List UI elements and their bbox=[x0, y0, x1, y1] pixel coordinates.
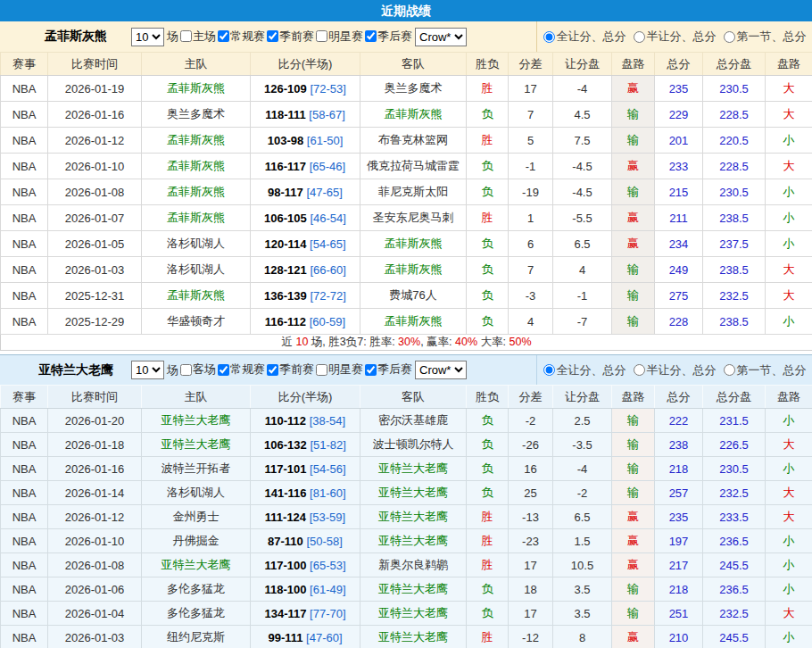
away-team-cell[interactable]: 奥兰多魔术 bbox=[360, 76, 467, 102]
home-team-cell[interactable]: 孟菲斯灰熊 bbox=[142, 128, 251, 154]
column-header: 总分 bbox=[655, 386, 703, 409]
full-score: 117-101 bbox=[264, 462, 306, 476]
games-count-select[interactable]: 10 bbox=[131, 28, 164, 46]
score-cell[interactable]: 120-114 [54-65] bbox=[251, 231, 360, 257]
away-team-cell[interactable]: 密尔沃基雄鹿 bbox=[360, 409, 467, 433]
score-cell[interactable]: 136-139 [72-72] bbox=[251, 283, 360, 309]
filter-checkbox[interactable] bbox=[316, 30, 327, 42]
home-team-cell[interactable]: 奥兰多魔术 bbox=[142, 102, 251, 128]
line-type-radio[interactable] bbox=[543, 364, 555, 376]
score-cell[interactable]: 118-100 [61-49] bbox=[251, 577, 360, 602]
score-cell[interactable]: 110-112 [38-54] bbox=[251, 409, 360, 433]
score-cell[interactable]: 111-124 [53-59] bbox=[251, 505, 360, 529]
handicap-line-cell: 4.5 bbox=[553, 102, 612, 128]
away-team-cell[interactable]: 孟菲斯灰熊 bbox=[360, 231, 467, 257]
filter-checkbox[interactable] bbox=[218, 30, 229, 42]
score-cell[interactable]: 99-111 [47-60] bbox=[251, 626, 360, 648]
home-team-cell[interactable]: 多伦多猛龙 bbox=[142, 577, 251, 602]
home-team-cell[interactable]: 孟菲斯灰熊 bbox=[142, 154, 251, 179]
away-team-cell[interactable]: 布鲁克林篮网 bbox=[360, 128, 467, 154]
away-team-cell[interactable]: 俄克拉荷马城雷霆 bbox=[360, 154, 467, 179]
away-team-cell[interactable]: 亚特兰大老鹰 bbox=[360, 505, 467, 529]
handicap-result-cell: 赢 bbox=[612, 76, 655, 102]
line-type-radio[interactable] bbox=[634, 31, 645, 43]
score-cell[interactable]: 141-116 [81-60] bbox=[251, 481, 360, 505]
filter-checkbox[interactable] bbox=[180, 30, 192, 42]
away-team-cell[interactable]: 亚特兰大老鹰 bbox=[360, 577, 467, 602]
score-cell[interactable]: 118-111 [58-67] bbox=[251, 102, 360, 128]
home-team-cell[interactable]: 金州勇士 bbox=[142, 505, 251, 529]
home-team-cell[interactable]: 洛杉矶湖人 bbox=[142, 257, 251, 283]
home-team-cell[interactable]: 纽约尼克斯 bbox=[142, 626, 251, 648]
filter-checkbox[interactable] bbox=[180, 364, 192, 376]
home-team-cell[interactable]: 亚特兰大老鹰 bbox=[142, 409, 251, 433]
away-team-cell[interactable]: 费城76人 bbox=[360, 283, 467, 309]
away-team-cell[interactable]: 亚特兰大老鹰 bbox=[360, 457, 467, 481]
away-team-cell[interactable]: 新奥尔良鹈鹕 bbox=[360, 553, 467, 577]
away-team-cell[interactable]: 亚特兰大老鹰 bbox=[360, 529, 467, 553]
total-line-cell: 238.5 bbox=[703, 309, 766, 335]
league-cell: NBA bbox=[1, 577, 48, 602]
home-team-cell[interactable]: 丹佛掘金 bbox=[142, 529, 251, 553]
line-type-radio[interactable] bbox=[543, 31, 555, 43]
bookmaker-select[interactable]: Crow* bbox=[415, 28, 467, 46]
home-team-cell[interactable]: 波特兰开拓者 bbox=[142, 457, 251, 481]
score-cell[interactable]: 106-105 [46-54] bbox=[251, 205, 360, 231]
filter-checkbox[interactable] bbox=[365, 364, 377, 376]
handicap-result-cell: 输 bbox=[612, 128, 655, 154]
home-team-cell[interactable]: 亚特兰大老鹰 bbox=[142, 433, 251, 457]
away-team-cell[interactable]: 孟菲斯灰熊 bbox=[360, 309, 467, 335]
league-cell: NBA bbox=[1, 231, 48, 257]
filter-checkbox[interactable] bbox=[365, 30, 377, 42]
score-cell[interactable]: 106-132 [51-82] bbox=[251, 433, 360, 457]
score-cell[interactable]: 87-110 [50-58] bbox=[251, 529, 360, 553]
games-count-select[interactable]: 10 bbox=[131, 361, 164, 379]
column-header: 总分 bbox=[655, 53, 703, 76]
away-team-cell[interactable]: 亚特兰大老鹰 bbox=[360, 626, 467, 648]
home-team-cell[interactable]: 华盛顿奇才 bbox=[142, 309, 251, 335]
home-team-cell[interactable]: 多伦多猛龙 bbox=[142, 602, 251, 626]
table-row: NBA2026-01-12孟菲斯灰熊103-98 [61-50]布鲁克林篮网胜5… bbox=[1, 128, 812, 154]
filter-checkbox[interactable] bbox=[218, 364, 229, 376]
handicap-line-cell: -4 bbox=[553, 76, 612, 102]
score-cell[interactable]: 117-101 [54-56] bbox=[251, 457, 360, 481]
home-team-cell[interactable]: 孟菲斯灰熊 bbox=[142, 179, 251, 205]
home-team-cell[interactable]: 孟菲斯灰熊 bbox=[142, 76, 251, 102]
score-cell[interactable]: 103-98 [61-50] bbox=[251, 128, 360, 154]
away-team-cell[interactable]: 圣安东尼奥马刺 bbox=[360, 205, 467, 231]
score-cell[interactable]: 134-117 [77-70] bbox=[251, 602, 360, 626]
handicap-line-cell: -2 bbox=[553, 481, 612, 505]
filter-checkbox-label: 常规赛 bbox=[230, 361, 265, 378]
total-points-cell: 210 bbox=[655, 626, 703, 648]
away-team-cell[interactable]: 亚特兰大老鹰 bbox=[360, 602, 467, 626]
line-type-radio[interactable] bbox=[634, 364, 645, 376]
home-team-cell[interactable]: 孟菲斯灰熊 bbox=[142, 205, 251, 231]
filter-checkbox[interactable] bbox=[267, 30, 278, 42]
line-type-radio[interactable] bbox=[724, 364, 735, 376]
away-team-cell[interactable]: 孟菲斯灰熊 bbox=[360, 257, 467, 283]
home-team-cell[interactable]: 洛杉矶湖人 bbox=[142, 481, 251, 505]
score-cell[interactable]: 117-100 [65-53] bbox=[251, 553, 360, 577]
point-diff-cell: 18 bbox=[509, 577, 553, 602]
filter-checkbox[interactable] bbox=[316, 364, 327, 376]
handicap-line-cell: 4 bbox=[553, 257, 612, 283]
score-cell[interactable]: 126-109 [72-53] bbox=[251, 76, 360, 102]
handicap-line-cell: 6.5 bbox=[553, 231, 612, 257]
bookmaker-select[interactable]: Crow* bbox=[415, 361, 467, 379]
line-type-radio[interactable] bbox=[724, 31, 735, 43]
home-team-cell[interactable]: 孟菲斯灰熊 bbox=[142, 283, 251, 309]
filter-checkbox[interactable] bbox=[267, 364, 278, 376]
home-team-cell[interactable]: 亚特兰大老鹰 bbox=[142, 553, 251, 577]
score-cell[interactable]: 98-117 [47-65] bbox=[251, 179, 360, 205]
score-cell[interactable]: 128-121 [66-60] bbox=[251, 257, 360, 283]
away-team-cell[interactable]: 菲尼克斯太阳 bbox=[360, 179, 467, 205]
home-team-cell[interactable]: 洛杉矶湖人 bbox=[142, 231, 251, 257]
score-cell[interactable]: 116-117 [65-46] bbox=[251, 154, 360, 179]
away-team-cell[interactable]: 波士顿凯尔特人 bbox=[360, 433, 467, 457]
handicap-line-cell: 2.5 bbox=[553, 409, 612, 433]
away-team-cell[interactable]: 亚特兰大老鹰 bbox=[360, 481, 467, 505]
score-cell[interactable]: 116-112 [60-59] bbox=[251, 309, 360, 335]
league-cell: NBA bbox=[1, 433, 48, 457]
result-cell: 负 bbox=[467, 409, 509, 433]
away-team-cell[interactable]: 孟菲斯灰熊 bbox=[360, 102, 467, 128]
